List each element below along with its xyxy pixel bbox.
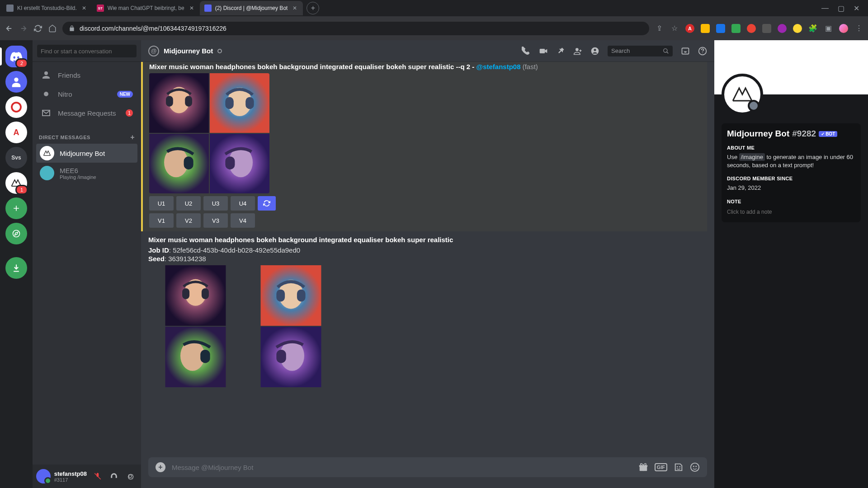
emoji-button[interactable] xyxy=(690,462,700,472)
server-icon[interactable]: 1 xyxy=(5,172,27,194)
svg-point-2 xyxy=(13,230,20,237)
pinned-messages-button[interactable] xyxy=(556,47,565,56)
explore-servers-button[interactable] xyxy=(5,223,27,244)
server-icon[interactable]: A xyxy=(5,122,27,143)
svg-rect-38 xyxy=(276,350,286,363)
extension-icon[interactable] xyxy=(762,24,771,33)
deafen-button[interactable] xyxy=(107,469,121,483)
forward-button[interactable] xyxy=(19,24,28,33)
profile-avatar[interactable] xyxy=(722,74,763,115)
add-friends-button[interactable] xyxy=(573,47,582,56)
svg-point-41 xyxy=(677,466,678,468)
profile-avatar-icon[interactable] xyxy=(839,24,848,33)
home-button[interactable] xyxy=(48,24,57,33)
extension-icon[interactable] xyxy=(778,24,787,33)
maximize-icon[interactable]: ▢ xyxy=(838,4,844,13)
upscale-button[interactable]: U3 xyxy=(203,196,228,211)
extension-icon[interactable] xyxy=(747,24,756,33)
browser-tab[interactable]: KI erstellt Tonstudio-Bild. ✕ xyxy=(2,1,92,15)
extension-icon[interactable] xyxy=(731,24,741,33)
menu-icon[interactable]: ⋮ xyxy=(854,24,863,33)
minimize-icon[interactable]: — xyxy=(821,4,829,13)
extension-icon[interactable]: A xyxy=(685,24,694,33)
mute-button[interactable] xyxy=(90,469,105,483)
about-text: Use /imagine to generate an image in und… xyxy=(727,153,855,169)
create-dm-button[interactable]: + xyxy=(130,133,135,141)
gift-button[interactable] xyxy=(638,462,648,472)
nitro-nav[interactable]: Nitro NEW xyxy=(36,84,137,103)
star-icon[interactable]: ☆ xyxy=(670,24,679,33)
variation-button[interactable]: V2 xyxy=(176,213,201,228)
member-since-label: DISCORD MEMBER SINCE xyxy=(727,176,855,181)
variation-button[interactable]: V4 xyxy=(231,213,255,228)
friends-nav[interactable]: Friends xyxy=(36,66,137,84)
profile-banner xyxy=(714,40,868,94)
dm-item-midjourney[interactable]: Midjourney Bot xyxy=(36,144,137,163)
close-window-icon[interactable]: ✕ xyxy=(854,4,859,13)
url-bar[interactable]: discord.com/channels/@me/106344374919731… xyxy=(62,22,649,35)
user-mention[interactable]: @stefanstp08 xyxy=(476,63,521,70)
search-input[interactable]: Search xyxy=(608,46,673,56)
sidepanel-icon[interactable]: ▣ xyxy=(824,24,833,33)
user-avatar[interactable] xyxy=(36,469,51,483)
extensions-icon[interactable]: 🧩 xyxy=(808,24,817,33)
svg-rect-14 xyxy=(185,96,192,107)
reload-button[interactable] xyxy=(33,24,42,33)
upscale-button[interactable]: U4 xyxy=(231,196,255,211)
inbox-button[interactable] xyxy=(681,47,690,56)
variation-button[interactable]: V3 xyxy=(203,213,228,228)
messages-scroll[interactable]: Mixer music woman headphones bokeh backg… xyxy=(141,62,714,457)
browser-tab-active[interactable]: (2) Discord | @Midjourney Bot ✕ xyxy=(200,1,303,15)
generated-image-grid[interactable] xyxy=(148,265,338,387)
browser-tab[interactable]: ST Wie man ChatGPT beibringt, be ✕ xyxy=(92,1,200,15)
dm-name: Midjourney Bot xyxy=(60,150,105,157)
note-input[interactable] xyxy=(727,207,855,217)
chat-input-wrap: + Message @Midjourney Bot GIF xyxy=(141,457,714,488)
message-requests-nav[interactable]: Message Requests 1 xyxy=(36,103,137,122)
variation-button[interactable]: V1 xyxy=(149,213,174,228)
chat-title: Midjourney Bot xyxy=(164,47,213,55)
upscale-button[interactable]: U2 xyxy=(176,196,201,211)
message-block: Mixer music woman headphones bokeh backg… xyxy=(141,62,707,231)
server-icon[interactable] xyxy=(5,96,27,118)
attach-button[interactable]: + xyxy=(156,462,165,472)
voice-call-button[interactable] xyxy=(522,47,531,56)
close-icon[interactable]: ✕ xyxy=(188,5,195,12)
extension-icon[interactable] xyxy=(716,24,725,33)
message-input[interactable]: Message @Midjourney Bot xyxy=(172,464,632,471)
help-button[interactable] xyxy=(698,47,707,56)
svg-rect-24 xyxy=(225,156,235,169)
generated-image-grid[interactable] xyxy=(149,73,269,193)
tab-title: KI erstellt Tonstudio-Bild. xyxy=(17,5,77,11)
sticker-button[interactable] xyxy=(674,462,684,472)
chat-input[interactable]: + Message @Midjourney Bot GIF xyxy=(148,457,707,477)
new-tab-button[interactable]: + xyxy=(307,2,319,14)
tab-bar: KI erstellt Tonstudio-Bild. ✕ ST Wie man… xyxy=(0,0,868,16)
close-icon[interactable]: ✕ xyxy=(291,5,298,12)
discord-home-button[interactable]: 2 xyxy=(5,46,27,67)
reroll-button[interactable] xyxy=(258,196,276,211)
download-apps-button[interactable] xyxy=(5,257,27,279)
profile-card: Midjourney Bot#9282 ✓ BOT ABOUT ME Use /… xyxy=(722,123,861,222)
close-icon[interactable]: ✕ xyxy=(80,5,88,12)
svg-rect-35 xyxy=(200,350,210,363)
gif-button[interactable]: GIF xyxy=(655,463,667,471)
dm-item-mee6[interactable]: MEE6 Playing /imagine xyxy=(36,164,137,183)
settings-button[interactable] xyxy=(123,469,137,483)
extension-icon[interactable] xyxy=(701,24,710,33)
back-button[interactable] xyxy=(5,24,14,33)
find-conversation-input[interactable] xyxy=(37,45,137,57)
upscale-button[interactable]: U1 xyxy=(149,196,174,211)
share-icon[interactable]: ⇪ xyxy=(655,24,664,33)
add-server-button[interactable] xyxy=(5,197,27,219)
svg-rect-21 xyxy=(184,156,193,169)
nav-label: Friends xyxy=(58,71,80,79)
user-profile-button[interactable] xyxy=(590,47,599,56)
user-panel: stefanstp08 #3117 xyxy=(33,465,141,488)
server-icon[interactable]: Svs xyxy=(5,147,27,169)
upscale-buttons: U1 U2 U3 U4 xyxy=(149,196,707,211)
video-call-button[interactable] xyxy=(539,47,548,56)
server-icon[interactable] xyxy=(5,71,27,93)
svg-point-8 xyxy=(664,48,667,52)
extension-icon[interactable] xyxy=(793,24,802,33)
